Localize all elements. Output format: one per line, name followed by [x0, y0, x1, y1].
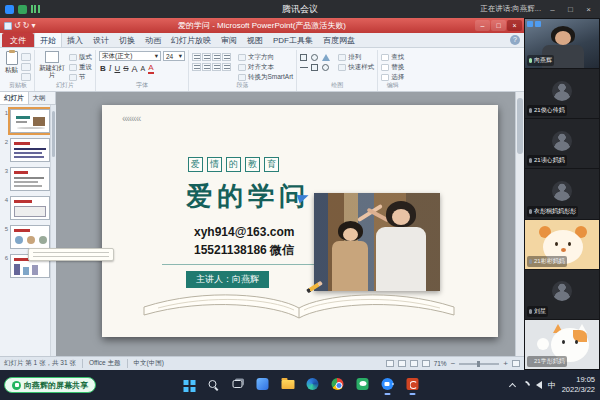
slide-editing-area[interactable]: «««« 爱 情 的 教 育 爱的学问 xyh914@163.com 15521…	[56, 92, 524, 356]
chrome-button[interactable]	[330, 375, 346, 393]
zoom-percentage[interactable]: 71%	[434, 360, 447, 367]
slide-thumbnail[interactable]	[10, 167, 50, 191]
cut-icon[interactable]	[21, 53, 31, 61]
tab-file[interactable]: 文件	[2, 33, 34, 47]
zoom-out-button[interactable]: −	[451, 360, 456, 368]
grow-font-button[interactable]: A	[132, 64, 138, 74]
screen-share-toast[interactable]: 向燕辉的屏幕共享	[4, 377, 96, 393]
zoom-slider[interactable]	[459, 363, 499, 365]
shape-oval-icon[interactable]	[322, 64, 329, 71]
new-slide-button[interactable]: 新建幻灯片	[38, 51, 66, 78]
pane-tab-outline[interactable]: 大纲	[29, 92, 50, 104]
meeting-minimize-button[interactable]: –	[546, 3, 559, 16]
align-left-icon[interactable]	[192, 63, 201, 71]
italic-button[interactable]: I	[109, 64, 112, 74]
indent-increase-icon[interactable]	[222, 53, 231, 61]
participant-tile[interactable]: 21读心妈妈	[525, 119, 599, 168]
copy-icon[interactable]	[21, 63, 31, 71]
strikethrough-button[interactable]: S	[123, 64, 128, 74]
font-color-button[interactable]: A	[148, 63, 153, 74]
meeting-app-button[interactable]	[380, 375, 396, 393]
tab-transitions[interactable]: 切换	[114, 33, 140, 47]
slide-thumbnail[interactable]	[10, 196, 50, 220]
underline-button[interactable]: U	[114, 64, 120, 74]
numbering-icon[interactable]	[202, 53, 211, 61]
participant-tile[interactable]: 刘星	[525, 270, 599, 319]
justify-icon[interactable]	[222, 63, 231, 71]
participant-tile[interactable]: 向燕辉	[525, 19, 599, 68]
slide-sorter-icon[interactable]	[398, 360, 406, 367]
tab-review[interactable]: 审阅	[216, 33, 242, 47]
participant-tile[interactable]: 衣彤桐妈妈彤彤	[525, 169, 599, 218]
shape-triangle-icon[interactable]	[322, 54, 330, 61]
tab-baidu-netdisk[interactable]: 百度网盘	[318, 33, 360, 47]
slide-thumbnail[interactable]	[10, 138, 50, 162]
indent-decrease-icon[interactable]	[212, 53, 221, 61]
bold-button[interactable]: B	[100, 64, 106, 74]
edge-button[interactable]	[305, 375, 321, 393]
slide-scrollbar-thumb[interactable]	[517, 98, 523, 154]
ppt-close-button[interactable]: ×	[507, 20, 522, 31]
shape-line-icon[interactable]	[300, 67, 308, 68]
bullets-icon[interactable]	[192, 53, 201, 61]
wechat-button[interactable]	[355, 375, 371, 393]
align-right-icon[interactable]	[212, 63, 221, 71]
ppt-restore-button[interactable]: □	[491, 20, 506, 31]
quick-styles-button[interactable]: 快速样式	[338, 63, 374, 72]
encryption-shield-icon[interactable]	[18, 5, 27, 14]
find-button[interactable]: 查找	[381, 53, 404, 62]
shape-square-icon[interactable]	[300, 54, 307, 61]
qat-dropdown-icon[interactable]: ▾	[31, 22, 35, 30]
scrollbar-thumb[interactable]	[52, 111, 55, 157]
participant-tile[interactable]: 21彬彬妈妈	[525, 220, 599, 269]
slide-scrollbar[interactable]	[515, 92, 524, 356]
zoom-in-button[interactable]: +	[503, 360, 508, 368]
paste-button[interactable]: 粘贴	[5, 51, 18, 75]
undo-icon[interactable]: ↺	[14, 22, 21, 30]
save-icon[interactable]	[4, 22, 12, 30]
tab-slideshow[interactable]: 幻灯片放映	[166, 33, 216, 47]
powerpoint-app-button[interactable]	[405, 375, 421, 393]
theme-name[interactable]: Office 主题	[89, 359, 121, 368]
format-painter-icon[interactable]	[21, 73, 31, 81]
participant-tile[interactable]: 21学彤妈妈	[525, 320, 599, 369]
tab-design[interactable]: 设计	[88, 33, 114, 47]
pane-tab-slides[interactable]: 幻灯片	[0, 92, 29, 104]
shapes-gallery[interactable]	[300, 51, 331, 72]
font-size-select[interactable]: 24 ▾	[163, 51, 185, 61]
shape-rect-icon[interactable]	[311, 64, 318, 71]
font-name-select[interactable]: 宋体(正文) ▾	[99, 51, 161, 61]
reset-button[interactable]: 重设	[69, 63, 92, 72]
volume-icon[interactable]	[536, 381, 542, 389]
help-icon[interactable]: ?	[510, 35, 520, 45]
fit-to-window-icon[interactable]	[512, 360, 520, 367]
align-center-icon[interactable]	[202, 63, 211, 71]
zoom-slider-knob[interactable]	[477, 361, 480, 367]
slide-thumbnail[interactable]	[10, 109, 50, 133]
file-explorer-button[interactable]	[280, 375, 296, 393]
normal-view-icon[interactable]	[386, 360, 394, 367]
meeting-close-button[interactable]: ×	[582, 3, 595, 16]
start-button[interactable]	[180, 375, 196, 393]
wifi-icon[interactable]	[519, 379, 532, 392]
arrange-button[interactable]: 排列	[338, 53, 374, 62]
language-indicator[interactable]: 中文(中国)	[134, 359, 164, 368]
widgets-button[interactable]	[255, 375, 271, 393]
slide-canvas[interactable]: «««« 爱 情 的 教 育 爱的学问 xyh914@163.com 15521…	[102, 105, 498, 337]
text-direction-button[interactable]: 文字方向	[238, 53, 293, 62]
input-language-indicator[interactable]: 中	[548, 380, 556, 391]
shape-circle-icon[interactable]	[311, 54, 318, 61]
align-text-button[interactable]: 对齐文本	[238, 63, 293, 72]
layout-button[interactable]: 版式	[69, 53, 92, 62]
ppt-minimize-button[interactable]: –	[475, 20, 490, 31]
slide-thumbnail[interactable]	[10, 225, 50, 249]
taskbar-clock[interactable]: 19:05 2022/3/22	[562, 375, 595, 395]
tab-home[interactable]: 开始	[34, 32, 62, 47]
shrink-font-button[interactable]: A	[141, 64, 146, 74]
redo-icon[interactable]: ↻	[23, 22, 30, 30]
slideshow-view-icon[interactable]	[422, 360, 430, 367]
participant-tile[interactable]: 21俊心伶妈	[525, 69, 599, 118]
tab-view[interactable]: 视图	[242, 33, 268, 47]
tab-pdf-tools[interactable]: PDF工具集	[268, 33, 318, 47]
tray-expand-icon[interactable]	[509, 382, 516, 389]
